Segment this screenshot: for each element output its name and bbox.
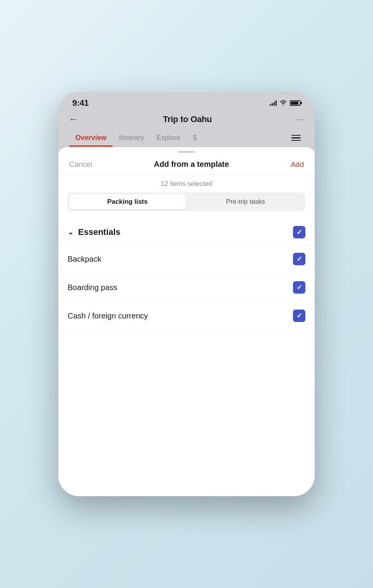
selected-count: 12 items selected xyxy=(58,175,315,192)
segment-control: Packing lists Pre-trip tasks xyxy=(68,192,305,211)
sheet-handle xyxy=(58,147,315,155)
status-icons xyxy=(270,100,301,107)
segment-packing[interactable]: Packing lists xyxy=(69,194,186,210)
section-left: ⌄ Essentials xyxy=(68,227,120,237)
list-item-boarding-pass: Boarding pass ✓ xyxy=(58,273,315,302)
battery-icon xyxy=(290,100,301,106)
tab-overview[interactable]: Overview xyxy=(69,129,113,147)
list-content: ⌄ Essentials ✓ Backpack ✓ Boarding pass … xyxy=(58,219,315,496)
wifi-icon xyxy=(280,100,287,107)
sheet-title: Add from a template xyxy=(154,160,229,169)
chevron-down-icon[interactable]: ⌄ xyxy=(68,228,73,236)
section-essentials-header: ⌄ Essentials ✓ xyxy=(58,219,315,245)
phone-frame: 9:41 ← Trip to Oahu xyxy=(58,92,315,496)
status-bar: 9:41 xyxy=(58,92,315,111)
more-button[interactable]: ••• xyxy=(297,118,304,121)
back-button[interactable]: ← xyxy=(69,114,78,124)
cancel-button[interactable]: Cancel xyxy=(69,160,92,169)
item-label-cash: Cash / foreign currency xyxy=(68,312,148,320)
segment-pretrip[interactable]: Pre-trip tasks xyxy=(187,194,304,210)
tab-itinerary[interactable]: Itinerary xyxy=(113,129,150,147)
signal-icon xyxy=(270,100,277,106)
checkbox-boarding-pass[interactable]: ✓ xyxy=(293,281,305,294)
tab-bar: Overview Itinerary Explore $ xyxy=(58,129,315,147)
list-item-backpack: Backpack ✓ xyxy=(58,245,315,273)
tab-dollar[interactable]: $ xyxy=(186,129,203,147)
page-title: Trip to Oahu xyxy=(163,114,212,124)
checkbox-backpack[interactable]: ✓ xyxy=(293,253,305,265)
menu-icon[interactable] xyxy=(288,132,304,144)
handle-bar xyxy=(178,151,195,153)
bottom-sheet: Cancel Add from a template Add 12 items … xyxy=(58,147,315,496)
tab-explore[interactable]: Explore xyxy=(150,129,186,147)
nav-bar: ← Trip to Oahu ••• xyxy=(58,111,315,129)
section-essentials-checkbox[interactable]: ✓ xyxy=(293,226,305,238)
item-label-boarding-pass: Boarding pass xyxy=(68,283,117,292)
section-title-essentials: Essentials xyxy=(78,227,120,237)
tab-bar-left: Overview Itinerary Explore $ xyxy=(69,129,203,147)
item-label-backpack: Backpack xyxy=(68,255,101,264)
list-item-cash: Cash / foreign currency ✓ xyxy=(58,302,315,330)
checkbox-cash[interactable]: ✓ xyxy=(293,310,305,322)
status-time: 9:41 xyxy=(72,98,89,108)
sheet-header: Cancel Add from a template Add xyxy=(58,155,315,175)
add-button[interactable]: Add xyxy=(291,160,304,169)
